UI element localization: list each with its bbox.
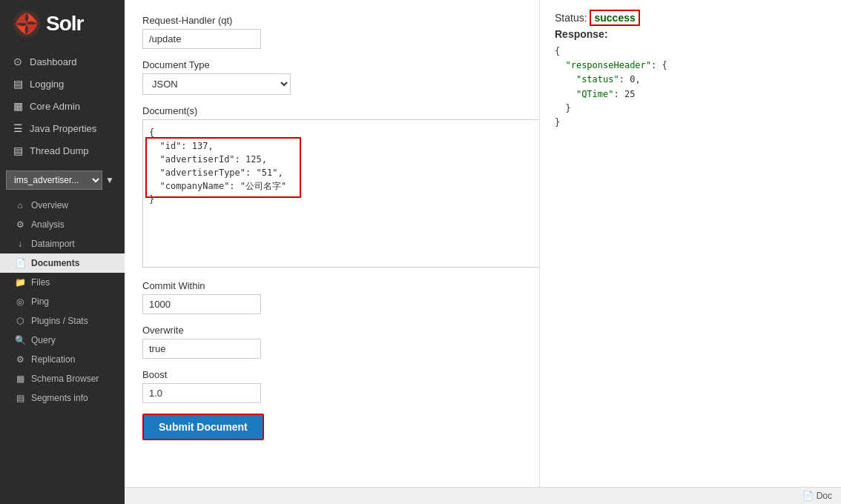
sidebar-item-logging[interactable]: ▤ Logging: [0, 73, 125, 95]
java-properties-icon: ☰: [12, 122, 24, 134]
sidebar: Solr ⊙ Dashboard ▤ Logging ▦ Core Admin …: [0, 0, 125, 504]
status-label: Status:: [555, 12, 587, 24]
commit-within-label: Commit Within: [142, 280, 521, 291]
schema-browser-icon: ▦: [15, 374, 25, 384]
document-type-group: Document Type JSON XML CSV SOLR: [142, 59, 521, 95]
sub-nav-label: Replication: [31, 354, 75, 365]
sub-nav-item-analysis[interactable]: ⚙ Analysis: [0, 215, 125, 234]
sub-nav: ⌂ Overview ⚙ Analysis ↓ Dataimport 📄 Doc…: [0, 193, 125, 411]
form-panel: Request-Handler (qt) Document Type JSON …: [125, 0, 540, 487]
logging-icon: ▤: [12, 78, 24, 90]
request-handler-group: Request-Handler (qt): [142, 15, 521, 49]
sidebar-item-label: Core Admin: [30, 101, 80, 112]
sub-nav-item-query[interactable]: 🔍 Query: [0, 331, 125, 350]
plugins-icon: ⬡: [15, 316, 25, 326]
sub-nav-label: Schema Browser: [31, 374, 99, 384]
sub-nav-item-replication[interactable]: ⚙ Replication: [0, 350, 125, 369]
status-line: Status: success: [555, 12, 826, 24]
sidebar-item-core-admin[interactable]: ▦ Core Admin: [0, 95, 125, 117]
segments-info-icon: ▤: [15, 393, 25, 403]
response-key-qtime: "QTime": [576, 89, 614, 99]
overwrite-label: Overwrite: [142, 325, 521, 336]
commit-within-input[interactable]: [142, 294, 261, 314]
sidebar-item-label: Dashboard: [30, 56, 77, 67]
status-value: success: [590, 10, 639, 26]
sidebar-item-dashboard[interactable]: ⊙ Dashboard: [0, 50, 125, 73]
solr-logo-icon: [12, 9, 42, 39]
dashboard-icon: ⊙: [12, 56, 24, 67]
documents-textarea[interactable]: { "id": 137, "advertiserId": 125, "adver…: [142, 119, 540, 268]
dataimport-icon: ↓: [15, 239, 25, 249]
sidebar-item-label: Java Properties: [30, 123, 96, 134]
commit-within-group: Commit Within: [142, 280, 521, 314]
sub-nav-label: Overview: [31, 200, 68, 210]
submit-group: Submit Document: [142, 414, 521, 440]
response-brace-open: {: [555, 46, 560, 56]
main-content: Request-Handler (qt) Document Type JSON …: [125, 0, 841, 504]
logo-text: Solr: [46, 12, 83, 36]
sub-nav-label: Segments info: [31, 393, 88, 403]
sub-nav-label: Dataimport: [31, 239, 75, 249]
documents-label: Document(s): [142, 105, 521, 116]
response-key-header: "responseHeader": [565, 60, 651, 70]
sub-nav-item-dataimport[interactable]: ↓ Dataimport: [0, 234, 125, 253]
sub-nav-label: Analysis: [31, 219, 65, 230]
boost-input[interactable]: [142, 383, 261, 403]
request-handler-label: Request-Handler (qt): [142, 15, 521, 26]
sub-nav-item-schema-browser[interactable]: ▦ Schema Browser: [0, 369, 125, 388]
sub-nav-item-files[interactable]: 📁 Files: [0, 273, 125, 292]
core-selector-area: ims_advertiser... ▼: [6, 170, 119, 190]
sub-nav-label: Ping: [31, 296, 49, 307]
logo-area: Solr: [0, 0, 125, 44]
overwrite-group: Overwrite: [142, 325, 521, 359]
documents-group: Document(s) { "id": 137, "advertiserId":…: [142, 105, 521, 270]
core-select[interactable]: ims_advertiser...: [6, 170, 102, 190]
bottom-bar: 📄 Doc: [125, 487, 841, 504]
documents-icon: 📄: [15, 258, 25, 268]
sub-nav-item-overview[interactable]: ⌂ Overview: [0, 196, 125, 215]
content-area: Request-Handler (qt) Document Type JSON …: [125, 0, 841, 487]
sub-nav-label: Plugins / Stats: [31, 316, 88, 326]
boost-label: Boost: [142, 369, 521, 380]
submit-button[interactable]: Submit Document: [142, 414, 264, 440]
replication-icon: ⚙: [15, 354, 25, 365]
sidebar-item-java-properties[interactable]: ☰ Java Properties: [0, 117, 125, 139]
doc-label: Doc: [817, 491, 832, 501]
document-type-label: Document Type: [142, 59, 521, 70]
overview-icon: ⌂: [15, 200, 25, 210]
core-admin-icon: ▦: [12, 100, 24, 112]
response-panel: Status: success Response: { "responseHea…: [540, 0, 841, 487]
query-icon: 🔍: [15, 335, 25, 345]
files-icon: 📁: [15, 277, 25, 288]
overwrite-input[interactable]: [142, 339, 261, 359]
ping-icon: ◎: [15, 296, 25, 307]
request-handler-input[interactable]: [142, 29, 261, 49]
main-nav: ⊙ Dashboard ▤ Logging ▦ Core Admin ☰ Jav…: [0, 44, 125, 168]
response-body: { "responseHeader": { "status": 0, "QTim…: [555, 44, 826, 130]
svg-point-0: [13, 10, 40, 37]
sidebar-item-label: Logging: [30, 79, 64, 90]
document-type-select[interactable]: JSON XML CSV SOLR: [142, 73, 291, 95]
sidebar-item-label: Thread Dump: [30, 145, 88, 156]
doc-icon: 📄: [802, 491, 814, 501]
response-key-status: "status": [576, 74, 619, 84]
sub-nav-item-plugins-stats[interactable]: ⬡ Plugins / Stats: [0, 311, 125, 331]
core-dropdown-arrow: ▼: [105, 175, 114, 185]
sub-nav-item-ping[interactable]: ◎ Ping: [0, 292, 125, 311]
sub-nav-label: Files: [31, 277, 50, 288]
sub-nav-label: Documents: [31, 258, 79, 268]
response-label: Response:: [555, 28, 826, 40]
documents-wrapper: { "id": 137, "advertiserId": 125, "adver…: [142, 119, 540, 270]
sub-nav-item-documents[interactable]: 📄 Documents: [0, 253, 125, 273]
analysis-icon: ⚙: [15, 219, 25, 230]
thread-dump-icon: ▤: [12, 145, 24, 156]
sub-nav-label: Query: [31, 335, 56, 345]
boost-group: Boost: [142, 369, 521, 403]
sub-nav-item-segments-info[interactable]: ▤ Segments info: [0, 388, 125, 408]
sidebar-item-thread-dump[interactable]: ▤ Thread Dump: [0, 139, 125, 162]
